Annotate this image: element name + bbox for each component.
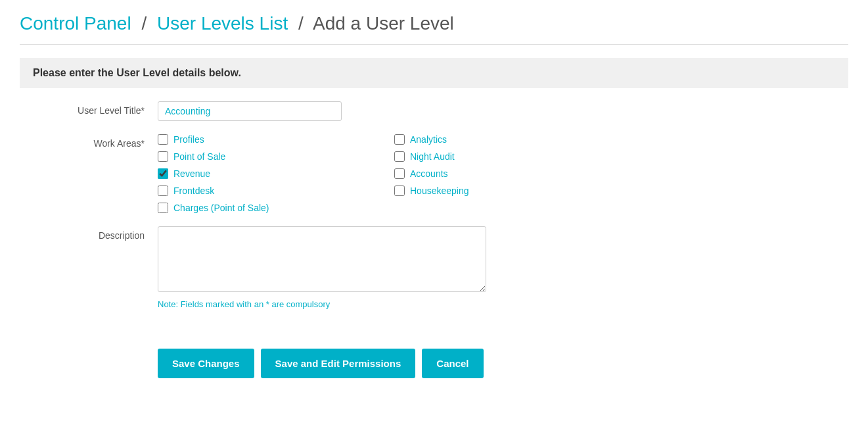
work-areas-col-left: ProfilesPoint of SaleRevenueFrontdeskCha… bbox=[158, 134, 342, 213]
work-areas-row: Work Areas* ProfilesPoint of SaleRevenue… bbox=[20, 134, 848, 213]
work-area-item-wa_frontdesk: Frontdesk bbox=[158, 185, 342, 196]
cancel-button[interactable]: Cancel bbox=[422, 349, 483, 378]
form-header: Please enter the User Level details belo… bbox=[20, 58, 848, 88]
page-divider bbox=[20, 44, 848, 45]
label-wa_revenue[interactable]: Revenue bbox=[173, 168, 210, 179]
breadcrumb-current: Add a User Level bbox=[313, 13, 454, 34]
form-body: User Level Title* Work Areas* ProfilesPo… bbox=[20, 88, 848, 335]
checkbox-wa_pos[interactable] bbox=[158, 151, 168, 162]
work-area-item-wa_nightaudit: Night Audit bbox=[394, 151, 578, 162]
work-areas-label: Work Areas* bbox=[20, 134, 158, 149]
breadcrumb-separator-1: / bbox=[141, 13, 147, 34]
checkbox-wa_accounts[interactable] bbox=[394, 168, 405, 179]
label-wa_accounts[interactable]: Accounts bbox=[410, 168, 448, 179]
user-level-title-input[interactable] bbox=[158, 101, 342, 121]
user-level-title-label: User Level Title* bbox=[20, 101, 158, 116]
work-area-item-wa_revenue: Revenue bbox=[158, 168, 342, 179]
breadcrumb-section: Control Panel / User Levels List / Add a… bbox=[0, 0, 868, 44]
breadcrumb-control-panel[interactable]: Control Panel bbox=[20, 13, 131, 34]
checkbox-wa_frontdesk[interactable] bbox=[158, 185, 168, 196]
checkbox-wa_nightaudit[interactable] bbox=[394, 151, 405, 162]
form-container: Please enter the User Level details belo… bbox=[20, 58, 848, 378]
label-wa_frontdesk[interactable]: Frontdesk bbox=[173, 185, 214, 196]
checkbox-wa_revenue[interactable] bbox=[158, 168, 168, 179]
user-level-title-row: User Level Title* bbox=[20, 101, 848, 121]
label-wa_pos[interactable]: Point of Sale bbox=[173, 151, 225, 162]
checkbox-wa_analytics[interactable] bbox=[394, 134, 405, 145]
checkbox-wa_profiles[interactable] bbox=[158, 134, 168, 145]
note-text: Note: Fields marked with an * are compul… bbox=[158, 299, 848, 309]
description-wrapper: Note: Fields marked with an * are compul… bbox=[158, 226, 848, 309]
breadcrumb: Control Panel / User Levels List / Add a… bbox=[20, 13, 848, 34]
work-areas-wrapper: ProfilesPoint of SaleRevenueFrontdeskCha… bbox=[158, 134, 848, 213]
label-wa_charges[interactable]: Charges (Point of Sale) bbox=[173, 203, 269, 213]
work-area-item-wa_profiles: Profiles bbox=[158, 134, 342, 145]
checkbox-wa_housekeeping[interactable] bbox=[394, 185, 405, 196]
breadcrumb-user-levels-list[interactable]: User Levels List bbox=[157, 13, 288, 34]
buttons-row: Save Changes Save and Edit Permissions C… bbox=[20, 349, 848, 378]
label-wa_housekeeping[interactable]: Housekeeping bbox=[410, 185, 469, 196]
work-areas-columns: ProfilesPoint of SaleRevenueFrontdeskCha… bbox=[158, 134, 848, 213]
label-wa_analytics[interactable]: Analytics bbox=[410, 134, 447, 145]
save-edit-permissions-button[interactable]: Save and Edit Permissions bbox=[261, 349, 416, 378]
work-area-item-wa_housekeeping: Housekeeping bbox=[394, 185, 578, 196]
label-wa_nightaudit[interactable]: Night Audit bbox=[410, 151, 455, 162]
description-row: Description Note: Fields marked with an … bbox=[20, 226, 848, 309]
description-label: Description bbox=[20, 226, 158, 241]
label-wa_profiles[interactable]: Profiles bbox=[173, 134, 204, 145]
checkbox-wa_charges[interactable] bbox=[158, 203, 168, 213]
user-level-title-wrapper bbox=[158, 101, 848, 121]
work-area-item-wa_accounts: Accounts bbox=[394, 168, 578, 179]
description-textarea[interactable] bbox=[158, 226, 486, 292]
work-areas-col-right: AnalyticsNight AuditAccountsHousekeeping bbox=[394, 134, 578, 213]
work-area-item-wa_analytics: Analytics bbox=[394, 134, 578, 145]
work-area-item-wa_charges: Charges (Point of Sale) bbox=[158, 203, 342, 213]
breadcrumb-separator-2: / bbox=[298, 13, 304, 34]
save-changes-button[interactable]: Save Changes bbox=[158, 349, 254, 378]
work-area-item-wa_pos: Point of Sale bbox=[158, 151, 342, 162]
